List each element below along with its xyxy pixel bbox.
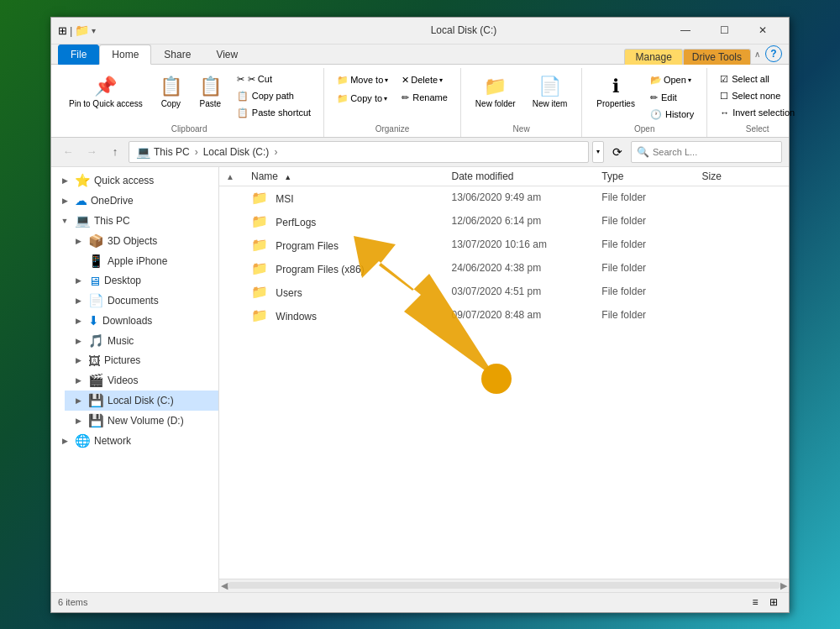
copy-path-button[interactable]: 📋 Copy path — [231, 88, 317, 104]
select-all-button[interactable]: ☑ Select all — [714, 71, 801, 87]
paste-button[interactable]: 📋 Paste — [192, 71, 229, 113]
help-button[interactable]: ? — [765, 45, 782, 62]
sidebar-item-desktop[interactable]: ▶ 🖥 Desktop — [65, 271, 218, 291]
table-row[interactable]: 📁 MSI 13/06/2020 9:49 am File folder — [219, 186, 789, 210]
sidebar-item-apple-iphone[interactable]: ▶ 📱 Apple iPhone — [65, 251, 218, 271]
tab-view[interactable]: View — [203, 45, 250, 65]
copy-to-button[interactable]: 📁 Copy to ▾ — [331, 90, 394, 107]
dropdown-arrow-icon[interactable]: ▾ — [92, 26, 96, 35]
sidebar-item-documents[interactable]: ▶ 📄 Documents — [65, 291, 218, 311]
open-label: Open — [589, 123, 700, 134]
open-content: ℹ Properties 📂 Open ▾ ✏ Edit 🕐 — [589, 68, 700, 123]
edit-button[interactable]: ✏ Edit — [644, 90, 700, 106]
search-input[interactable] — [653, 147, 776, 157]
new-volume-expand-icon: ▶ — [71, 414, 85, 427]
col-type[interactable]: Type — [601, 170, 701, 182]
3d-icon: 📦 — [88, 233, 104, 249]
window-title: Local Disk (C:) — [328, 24, 599, 36]
sidebar-item-pictures[interactable]: ▶ 🖼 Pictures — [65, 351, 218, 370]
network-label: Network — [94, 435, 131, 447]
new-item-button[interactable]: 📄 New item — [525, 71, 575, 113]
videos-icon: 🎬 — [88, 373, 104, 388]
ribbon-tabs: File Home Share View Manage Drive Tools … — [51, 45, 789, 65]
file-date-msi: 13/06/2020 9:49 am — [451, 191, 601, 203]
sidebar-item-onedrive[interactable]: ▶ ☁ OneDrive — [51, 191, 218, 211]
address-dropdown[interactable]: ▾ — [592, 141, 604, 163]
large-icons-view-button[interactable]: ⊞ — [765, 594, 782, 611]
onedrive-icon: ☁ — [75, 193, 87, 208]
sidebar-item-network[interactable]: ▶ 🌐 Network — [51, 431, 218, 451]
copy-label: Copy — [161, 99, 181, 109]
address-dropdown-icon: ▾ — [596, 148, 600, 155]
tab-file[interactable]: File — [58, 45, 99, 65]
close-button[interactable]: ✕ — [743, 17, 782, 44]
paste-shortcut-button[interactable]: 📋 Paste shortcut — [231, 105, 317, 121]
move-to-button[interactable]: 📁 Move to ▾ — [331, 71, 394, 89]
select-all-label: Select all — [732, 74, 769, 84]
organize-col1: 📁 Move to ▾ 📁 Copy to ▾ — [331, 71, 394, 107]
file-date-users: 03/07/2020 4:51 pm — [451, 286, 601, 297]
search-box[interactable]: 🔍 — [631, 141, 782, 163]
up-button[interactable]: ↑ — [105, 142, 125, 162]
sidebar-item-quick-access[interactable]: ▶ ⭐ Quick access — [51, 170, 218, 191]
cut-button[interactable]: ✂ ✂ Cut — [231, 71, 317, 87]
open-label: Open — [664, 75, 686, 85]
table-row[interactable]: 📁 Program Files (x86) 24/06/2020 4:38 pm… — [219, 257, 789, 280]
clipboard-content: 📌 Pin to Quick access 📋 Copy 📋 Paste ✂ — [61, 68, 317, 123]
table-row[interactable]: 📁 PerfLogs 12/06/2020 6:14 pm File folde… — [219, 210, 789, 233]
table-row[interactable]: 📁 Users 03/07/2020 4:51 pm File folder — [219, 280, 789, 304]
tab-share[interactable]: Share — [151, 45, 203, 65]
local-disk-c-icon: 💾 — [88, 393, 104, 408]
new-folder-button[interactable]: 📁 New folder — [468, 71, 523, 113]
paste-shortcut-icon: 📋 — [237, 107, 249, 118]
scroll-right-icon[interactable]: ▶ — [780, 580, 787, 591]
back-button[interactable]: ← — [58, 142, 78, 162]
properties-button[interactable]: ℹ Properties — [589, 71, 643, 113]
copy-path-label: Copy path — [252, 91, 294, 101]
new-item-label: New item — [533, 99, 568, 109]
horizontal-scrollbar[interactable]: ◀ ▶ — [219, 579, 789, 592]
maximize-button[interactable]: ☐ — [705, 17, 743, 44]
new-content: 📁 New folder 📄 New item — [468, 68, 575, 123]
open-button[interactable]: 📂 Open ▾ — [644, 71, 700, 89]
rename-button[interactable]: ✏ Rename — [396, 90, 454, 106]
sidebar-item-downloads[interactable]: ▶ ⬇ Downloads — [65, 311, 218, 331]
sidebar-item-this-pc[interactable]: ▼ 💻 This PC — [51, 211, 218, 231]
sidebar-item-local-disk-c[interactable]: ▶ 💾 Local Disk (C:) — [65, 391, 218, 411]
col-date[interactable]: Date modified — [451, 170, 601, 182]
table-row[interactable]: 📁 Program Files 13/07/2020 10:16 am File… — [219, 233, 789, 257]
details-view-button[interactable]: ≡ — [747, 594, 764, 611]
tab-home[interactable]: Home — [99, 45, 151, 65]
col-size[interactable]: Size — [702, 170, 782, 182]
refresh-button[interactable]: ⟳ — [607, 142, 627, 162]
address-path[interactable]: 💻 This PC › Local Disk (C:) › — [129, 141, 589, 163]
sidebar-item-music[interactable]: ▶ 🎵 Music — [65, 331, 218, 351]
scroll-left-icon[interactable]: ◀ — [221, 580, 228, 591]
ribbon-expand[interactable]: ∧ — [754, 48, 760, 60]
pin-to-quick-access-button[interactable]: 📌 Pin to Quick access — [61, 71, 150, 113]
table-row[interactable]: 📁 Windows 09/07/2020 8:48 am File folder — [219, 304, 789, 328]
open-icon: 📂 — [650, 75, 662, 86]
sidebar-item-new-volume-d[interactable]: ▶ 💾 New Volume (D:) — [65, 411, 218, 431]
tab-manage[interactable]: Manage — [624, 49, 682, 65]
tab-drive-tools[interactable]: Drive Tools — [683, 49, 751, 65]
new-label: New — [468, 123, 575, 134]
path-this-pc[interactable]: This PC — [154, 146, 190, 158]
invert-selection-button[interactable]: ↔ Invert selection — [714, 105, 801, 120]
path-local-disk[interactable]: Local Disk (C:) — [203, 146, 270, 158]
file-date-programfiles: 13/07/2020 10:16 am — [451, 238, 601, 250]
delete-button[interactable]: ✕ Delete ▾ — [396, 71, 454, 89]
forward-button[interactable]: → — [81, 142, 102, 162]
col-name[interactable]: Name ▲ — [251, 170, 451, 182]
music-label: Music — [108, 335, 134, 347]
scissors-icon: ✂ — [237, 74, 244, 85]
scroll-track[interactable] — [228, 582, 780, 589]
sidebar-item-3d-objects[interactable]: ▶ 📦 3D Objects — [65, 231, 218, 251]
select-none-button[interactable]: ☐ Select none — [714, 88, 801, 104]
history-button[interactable]: 🕐 History — [644, 107, 700, 123]
copy-button[interactable]: 📋 Copy — [152, 71, 190, 113]
sidebar-item-videos[interactable]: ▶ 🎬 Videos — [65, 370, 218, 391]
minimize-button[interactable]: — — [666, 17, 705, 44]
move-icon: 📁 — [337, 75, 349, 86]
new-folder-icon: 📁 — [484, 76, 507, 97]
